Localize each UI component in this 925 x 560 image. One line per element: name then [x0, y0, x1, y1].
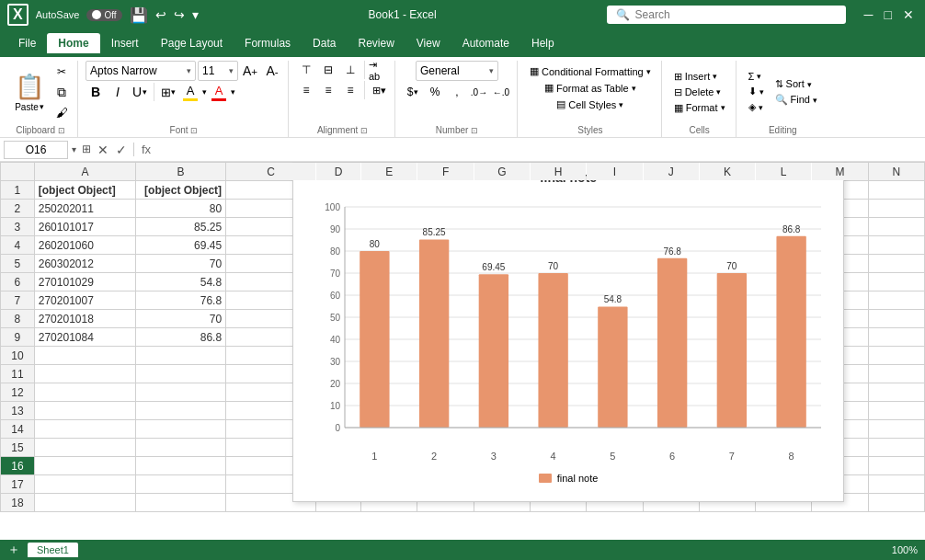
align-bottom-button[interactable]: ⊥ — [340, 61, 360, 79]
cell-r15-c13[interactable] — [868, 439, 924, 457]
minimize-icon[interactable]: ─ — [861, 7, 877, 22]
tab-home[interactable]: Home — [47, 33, 99, 53]
italic-button[interactable]: I — [108, 83, 128, 101]
cell-r9-c13[interactable] — [868, 328, 924, 347]
cell-r11-c13[interactable] — [868, 365, 924, 383]
cell-r15-c0[interactable] — [34, 439, 135, 457]
tab-page-layout[interactable]: Page Layout — [150, 33, 234, 53]
cell-r2-c13[interactable] — [868, 200, 924, 218]
search-input[interactable] — [635, 8, 837, 21]
cell-r9-c0[interactable]: 270201084 — [34, 328, 135, 347]
cell-r17-c0[interactable] — [34, 475, 135, 494]
col-header-c[interactable]: C — [226, 163, 316, 181]
align-center-button[interactable]: ≡ — [318, 81, 338, 99]
cell-r14-c0[interactable] — [34, 420, 135, 439]
formula-input[interactable] — [162, 142, 921, 158]
row-header-14[interactable]: 14 — [1, 420, 35, 439]
autosave-toggle[interactable]: Off — [86, 9, 121, 21]
wrap-text-button[interactable]: ⇥ ab — [369, 61, 389, 79]
cell-r7-c1[interactable]: 76.8 — [136, 291, 226, 310]
col-header-i[interactable]: I — [587, 163, 643, 181]
row-header-8[interactable]: 8 — [1, 310, 35, 328]
tab-file[interactable]: File — [7, 33, 47, 53]
col-header-a[interactable]: A — [34, 163, 135, 181]
decrease-font-button[interactable]: A- — [262, 62, 282, 80]
number-format-selector[interactable]: General ▾ — [416, 61, 498, 81]
col-header-m[interactable]: M — [812, 163, 868, 181]
col-header-j[interactable]: J — [643, 163, 699, 181]
close-icon[interactable]: ✕ — [899, 7, 918, 22]
cell-r16-c1[interactable] — [136, 457, 226, 475]
row-header-2[interactable]: 2 — [1, 200, 35, 218]
col-header-l[interactable]: L — [756, 163, 812, 181]
cell-r10-c1[interactable] — [136, 347, 226, 365]
sort-button[interactable]: ⇅ Sort ▾ — [771, 77, 822, 91]
align-right-button[interactable]: ≡ — [340, 81, 360, 99]
row-header-7[interactable]: 7 — [1, 291, 35, 310]
row-header-4[interactable]: 4 — [1, 236, 35, 255]
tab-review[interactable]: Review — [347, 33, 405, 53]
cell-r9-c1[interactable]: 86.8 — [136, 328, 226, 347]
cell-r12-c1[interactable] — [136, 383, 226, 402]
cell-r7-c13[interactable] — [868, 291, 924, 310]
cell-r15-c1[interactable] — [136, 439, 226, 457]
cell-r6-c0[interactable]: 270101029 — [34, 273, 135, 291]
maximize-icon[interactable]: □ — [881, 7, 896, 22]
cell-r16-c0[interactable] — [34, 457, 135, 475]
row-header-9[interactable]: 9 — [1, 328, 35, 347]
insert-button[interactable]: ⊞ Insert ▾ — [669, 70, 730, 84]
cell-styles-button[interactable]: ▤ Cell Styles ▾ — [552, 97, 628, 111]
percent-button[interactable]: % — [425, 83, 445, 101]
cell-r4-c0[interactable]: 260201060 — [34, 236, 135, 255]
cell-r8-c0[interactable]: 270201018 — [34, 310, 135, 328]
col-header-d[interactable]: D — [316, 163, 361, 181]
cell-r1-c0[interactable]: [object Object] — [34, 181, 135, 200]
col-header-n[interactable]: N — [868, 163, 924, 181]
cell-r5-c1[interactable]: 70 — [136, 255, 226, 273]
sheet-tab[interactable]: Sheet1 — [28, 543, 78, 557]
tab-automate[interactable]: Automate — [451, 33, 520, 53]
cell-r3-c0[interactable]: 260101017 — [34, 218, 135, 236]
save-icon[interactable]: 💾 — [130, 6, 148, 24]
col-header-h[interactable]: H — [530, 163, 586, 181]
cell-r6-c13[interactable] — [868, 273, 924, 291]
cell-r10-c13[interactable] — [868, 347, 924, 365]
conditional-formatting-button[interactable]: ▦ Conditional Formatting ▾ — [525, 64, 656, 78]
cell-r3-c1[interactable]: 85.25 — [136, 218, 226, 236]
cell-r14-c1[interactable] — [136, 420, 226, 439]
find-button[interactable]: 🔍 Find ▾ — [771, 93, 822, 107]
cell-r12-c13[interactable] — [868, 383, 924, 402]
cell-r5-c13[interactable] — [868, 255, 924, 273]
function-icon[interactable]: fx — [133, 143, 158, 156]
fill-color-button[interactable]: A — [180, 84, 200, 101]
status-zoom[interactable]: 100% — [892, 544, 918, 555]
tab-formulas[interactable]: Formulas — [234, 33, 302, 53]
cell-r17-c1[interactable] — [136, 475, 226, 494]
cell-r5-c0[interactable]: 260302012 — [34, 255, 135, 273]
cell-r13-c0[interactable] — [34, 402, 135, 420]
cell-r18-c0[interactable] — [34, 494, 135, 512]
col-header-g[interactable]: G — [474, 163, 530, 181]
row-header-12[interactable]: 12 — [1, 383, 35, 402]
align-top-button[interactable]: ⊤ — [296, 61, 316, 79]
format-table-button[interactable]: ▦ Format as Table ▾ — [540, 81, 641, 95]
decrease-decimal-button[interactable]: ←.0 — [491, 83, 511, 101]
cell-r18-c13[interactable] — [868, 494, 924, 512]
cell-r6-c1[interactable]: 54.8 — [136, 273, 226, 291]
cell-r1-c13[interactable] — [868, 181, 924, 200]
currency-button[interactable]: $ ▾ — [403, 83, 423, 101]
row-header-15[interactable]: 15 — [1, 439, 35, 457]
formula-bar-dropdown[interactable]: ▾ — [72, 144, 76, 154]
cell-r18-c1[interactable] — [136, 494, 226, 512]
cut-button[interactable]: ✂ — [51, 63, 72, 81]
formula-cancel-icon[interactable]: ✕ — [95, 143, 111, 157]
grid-container[interactable]: A B C D E F G H I J K L M N 1[object Obj… — [0, 162, 925, 557]
col-header-f[interactable]: F — [417, 163, 474, 181]
row-header-3[interactable]: 3 — [1, 218, 35, 236]
name-box[interactable]: O16 — [4, 141, 68, 159]
cell-r11-c0[interactable] — [34, 365, 135, 383]
autosum-button[interactable]: Σ ▾ — [744, 70, 769, 83]
increase-decimal-button[interactable]: .0→ — [469, 83, 489, 101]
align-left-button[interactable]: ≡ — [296, 81, 316, 99]
cell-r2-c1[interactable]: 80 — [136, 200, 226, 218]
